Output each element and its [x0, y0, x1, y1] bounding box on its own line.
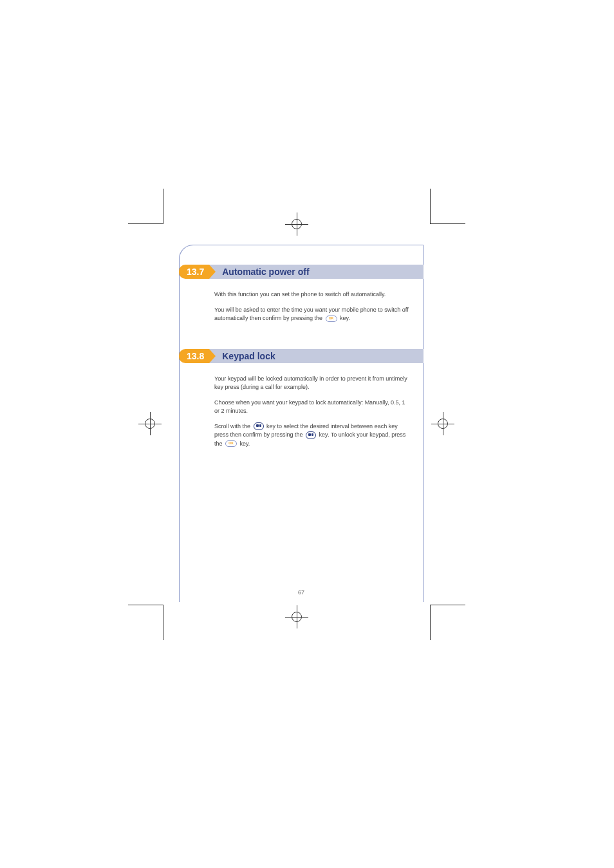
section-body: Your keypad will be locked automatically…: [180, 375, 423, 475]
section-number-tag: 13.7: [179, 265, 209, 279]
crop-mark: [163, 189, 163, 224]
manual-page: 13.7Automatic power offWith this functio…: [179, 245, 423, 602]
section-body: With this function you can set the phone…: [180, 290, 423, 349]
section-title: Keypad lock: [209, 349, 423, 363]
section-title: Automatic power off: [209, 265, 423, 279]
crop-mark: [163, 605, 163, 640]
section-number-tag: 13.8: [179, 349, 209, 363]
crop-mark: [430, 605, 431, 640]
section-header: 13.8Keypad lock: [179, 349, 423, 363]
body-paragraph: With this function you can set the phone…: [214, 290, 409, 299]
crop-mark: [430, 605, 465, 605]
crop-mark: [430, 223, 465, 224]
body-paragraph: Scroll with the key to select the desire…: [214, 422, 409, 449]
section-header: 13.7Automatic power off: [179, 265, 423, 279]
body-paragraph: Choose when you want your keypad to lock…: [214, 399, 409, 416]
body-paragraph: You will be asked to enter the time you …: [214, 306, 409, 323]
registration-mark: [138, 412, 162, 435]
navigation-key-icon: [254, 422, 264, 430]
registration-mark: [431, 412, 454, 435]
page-number: 67: [298, 589, 304, 596]
navigation-key-icon: [306, 431, 316, 439]
registration-mark: [285, 605, 308, 628]
ok-key-icon: [326, 316, 337, 322]
ok-key-icon: [225, 440, 237, 447]
body-paragraph: Your keypad will be locked automatically…: [214, 375, 409, 392]
crop-mark: [128, 223, 163, 224]
crop-mark: [128, 605, 163, 605]
crop-mark: [430, 189, 431, 224]
registration-mark: [285, 212, 308, 236]
